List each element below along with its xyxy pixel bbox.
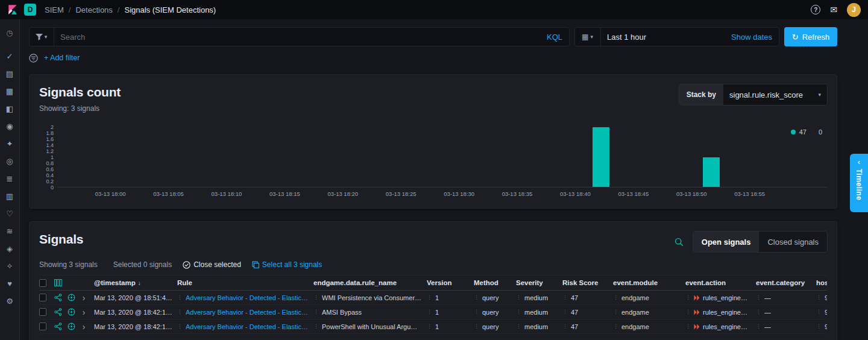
drag-handle-icon[interactable]: ⋮	[474, 309, 479, 315]
drag-handle-icon[interactable]: ⋮	[313, 295, 319, 300]
help-icon[interactable]: ?	[811, 5, 820, 14]
drag-handle-icon[interactable]: ⋮	[756, 324, 761, 329]
severity-value[interactable]: medium	[524, 323, 548, 330]
metrics-icon[interactable]: ▥	[0, 187, 19, 205]
timestamp-value[interactable]: Mar 13, 2020 @ 18:51:40.770	[94, 294, 172, 301]
management-icon[interactable]: ⚙	[0, 292, 19, 310]
visualize-icon[interactable]: ▤	[0, 65, 19, 83]
drag-handle-icon[interactable]: ⋮	[816, 309, 822, 315]
host-name-value[interactable]: 9	[825, 309, 827, 316]
closed-signals-toggle[interactable]: Closed signals	[759, 231, 827, 252]
column-header-host-name[interactable]: host.name	[816, 279, 827, 286]
siem-icon[interactable]: ◈	[0, 240, 19, 257]
close-selected-button[interactable]: Close selected	[183, 260, 241, 269]
drag-handle-icon[interactable]: ⋮	[685, 309, 691, 315]
drag-handle-icon[interactable]: ⋮	[313, 324, 319, 329]
rule-name-value[interactable]: WMI Persistence via Consumer Binding ...	[322, 294, 422, 301]
time-range-value[interactable]: Last 1 hour	[607, 33, 646, 42]
saved-query-menu-button[interactable]: ▾	[29, 27, 54, 46]
canvas-icon[interactable]: ◧	[0, 100, 19, 118]
histogram-bar[interactable]	[703, 157, 720, 187]
timestamp-value[interactable]: Mar 13, 2020 @ 18:42:13.259	[94, 323, 172, 330]
legend-item[interactable]: 0	[819, 128, 822, 136]
investigate-in-timeline-icon[interactable]	[51, 308, 65, 316]
severity-value[interactable]: medium	[524, 294, 548, 301]
drag-handle-icon[interactable]: ⋮	[474, 295, 479, 300]
dashboard-icon[interactable]: ▦	[0, 83, 19, 100]
drag-handle-icon[interactable]: ⋮	[756, 309, 761, 315]
legend-item[interactable]: 47	[791, 128, 807, 136]
kibana-logo-icon[interactable]	[7, 4, 18, 15]
show-dates-link[interactable]: Show dates	[731, 33, 779, 42]
rule-name-value[interactable]: AMSI Bypass	[322, 309, 362, 316]
event-action-value[interactable]: rules_engine_event	[703, 323, 751, 330]
select-all-checkbox[interactable]	[39, 279, 46, 287]
event-action-value[interactable]: rules_engine_event	[703, 294, 751, 301]
drag-handle-icon[interactable]: ⋮	[613, 295, 618, 300]
drag-handle-icon[interactable]: ⋮	[427, 324, 432, 329]
fields-browser-button[interactable]	[51, 279, 65, 286]
stack-monitoring-icon[interactable]: ♥	[0, 275, 19, 292]
column-header-event-category[interactable]: event.category	[756, 279, 816, 286]
drag-handle-icon[interactable]: ⋮	[516, 324, 521, 329]
drag-handle-icon[interactable]: ⋮	[516, 309, 521, 315]
investigate-in-timeline-icon[interactable]	[51, 294, 65, 301]
drag-handle-icon[interactable]: ⋮	[427, 309, 432, 315]
column-header-version[interactable]: Version	[427, 279, 474, 286]
expand-row-chevron-icon[interactable]: ›	[78, 323, 89, 331]
drag-handle-icon[interactable]: ⋮	[685, 324, 691, 329]
drag-handle-icon[interactable]: ⋮	[685, 295, 691, 300]
drag-handle-icon[interactable]: ⋮	[816, 324, 822, 329]
space-badge[interactable]: D	[24, 4, 36, 16]
table-row[interactable]: › Mar 13, 2020 @ 18:51:40.770 ⋮Adversary…	[39, 291, 827, 305]
stack-by-select[interactable]: signal.rule.risk_score ▾	[723, 84, 827, 105]
method-value[interactable]: query	[482, 323, 499, 330]
risk-score-value[interactable]: 47	[571, 323, 578, 330]
endpoint-icon[interactable]: ✧	[0, 257, 19, 275]
drag-handle-icon[interactable]: ⋮	[562, 309, 568, 315]
row-checkbox[interactable]	[39, 308, 46, 316]
timeline-flyout-button[interactable]: ‹ Timeline	[850, 154, 868, 212]
risk-score-value[interactable]: 47	[571, 294, 578, 301]
table-row[interactable]: › Mar 13, 2020 @ 18:42:13.259 ⋮Adversary…	[39, 305, 827, 320]
version-value[interactable]: 1	[435, 309, 439, 316]
expand-row-chevron-icon[interactable]: ›	[78, 308, 89, 316]
drag-handle-icon[interactable]: ⋮	[516, 295, 521, 300]
inspect-button[interactable]	[673, 236, 685, 248]
column-header-rule[interactable]: Rule	[177, 279, 313, 286]
drag-handle-icon[interactable]: ⋮	[562, 295, 568, 300]
timestamp-value[interactable]: Mar 13, 2020 @ 18:42:13.259	[94, 309, 172, 316]
event-module-value[interactable]: endgame	[621, 309, 649, 316]
row-checkbox[interactable]	[39, 294, 46, 301]
method-value[interactable]: query	[482, 294, 499, 301]
method-value[interactable]: query	[482, 309, 499, 316]
rule-link[interactable]: Adversary Behavior - Detected - Elastic …	[186, 294, 309, 301]
maps-icon[interactable]: ◉	[0, 118, 19, 135]
event-action-value[interactable]: rules_engine_event	[703, 309, 751, 316]
drag-handle-icon[interactable]: ⋮	[562, 324, 568, 329]
rule-link[interactable]: Adversary Behavior - Detected - Elastic …	[186, 323, 309, 330]
filter-set-icon[interactable]	[29, 54, 38, 63]
drag-handle-icon[interactable]: ⋮	[613, 309, 618, 315]
column-header-event-module[interactable]: event.module	[613, 279, 685, 286]
breadcrumb-detections[interactable]: Detections	[75, 5, 112, 14]
machine-learning-icon[interactable]: ✦	[0, 135, 19, 153]
column-header-event-action[interactable]: event.action	[685, 279, 756, 286]
graph-icon[interactable]: ◎	[0, 153, 19, 170]
drag-handle-icon[interactable]: ⋮	[613, 324, 618, 329]
apm-icon[interactable]: ♡	[0, 205, 19, 222]
host-name-value[interactable]: 9	[825, 294, 827, 301]
column-header--timestamp[interactable]: @timestamp↓	[94, 279, 177, 286]
search-input[interactable]	[54, 33, 547, 42]
mail-icon[interactable]: ✉	[830, 5, 837, 14]
user-avatar[interactable]: J	[847, 3, 861, 17]
select-all-link[interactable]: Select all 3 signals	[252, 260, 322, 269]
calendar-menu-button[interactable]: ▦ ▾	[574, 27, 601, 46]
risk-score-value[interactable]: 47	[571, 309, 578, 316]
query-language-toggle[interactable]: KQL	[547, 33, 570, 42]
column-header-endgame-data-rule-name[interactable]: endgame.data.rule_name	[313, 279, 427, 286]
row-checkbox[interactable]	[39, 323, 46, 330]
logs-icon[interactable]: ≣	[0, 170, 19, 187]
dev-tools-icon[interactable]: ≋	[0, 222, 19, 240]
rule-link[interactable]: Adversary Behavior - Detected - Elastic …	[186, 309, 309, 316]
